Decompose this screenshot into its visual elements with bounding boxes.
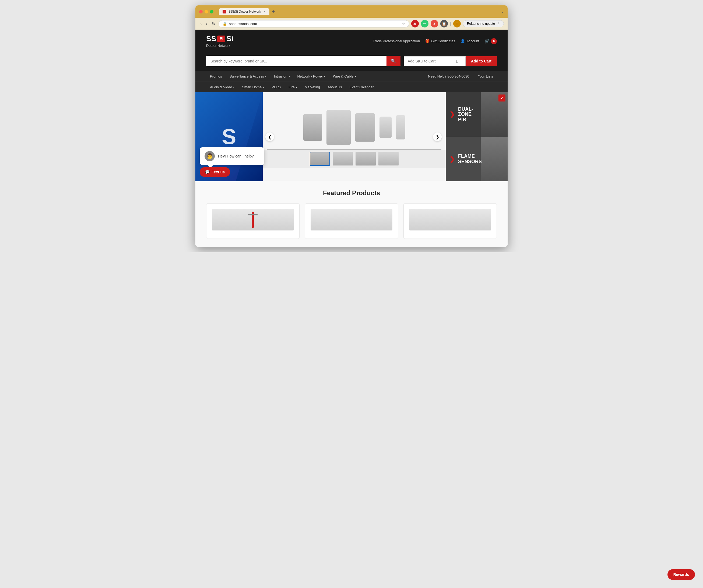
sku-input[interactable]: [404, 56, 452, 66]
logo-shield-icon: ⛨: [217, 35, 225, 42]
extension-pen-button[interactable]: ✏: [421, 20, 428, 27]
active-tab[interactable]: S SS&Si Dealer Network ✕: [219, 8, 269, 15]
account-icon: 👤: [461, 39, 465, 43]
search-bar: 🔍: [206, 56, 400, 66]
traffic-lights: [199, 10, 214, 13]
nav-item-wire-cable[interactable]: Wire & Cable ▾: [329, 71, 360, 82]
flame-sensor-product-image: [481, 137, 507, 181]
hero-center-carousel: [263, 92, 446, 181]
product-card-3[interactable]: [403, 203, 497, 239]
search-button[interactable]: 🔍: [387, 56, 400, 66]
tab-title: SS&Si Dealer Network: [229, 10, 261, 13]
url-text: shop.ssandsi.com: [229, 22, 257, 26]
nav-item-event-calendar[interactable]: Event Calendar: [346, 82, 378, 92]
chat-message: Hey! How can I help?: [218, 154, 254, 158]
relaunch-button[interactable]: Relaunch to update ⋮: [463, 20, 504, 27]
thumbnail-4[interactable]: [378, 152, 399, 166]
nav-item-network-power[interactable]: Network / Power ▾: [294, 71, 329, 82]
nav-item-marketing[interactable]: Marketing: [301, 82, 324, 92]
nav-item-audio-video[interactable]: Audio & Video ▾: [206, 82, 238, 92]
tab-close-icon[interactable]: ✕: [263, 10, 266, 13]
main-nav: Promos Surveillance & Access ▾ Intrusion…: [196, 71, 507, 82]
nav-item-your-lists[interactable]: Your Lists: [474, 71, 497, 82]
cart-icon: 🛒: [484, 39, 490, 44]
thumbnail-2[interactable]: [333, 152, 353, 166]
nav-event-calendar-label: Event Calendar: [349, 85, 374, 89]
panel-arrow-icon: ❯: [450, 111, 455, 118]
toolbar-extensions: 26 ✏ Z 📋 | T Relaunch to update ⋮: [411, 20, 504, 27]
extension-z-button[interactable]: Z: [431, 20, 438, 27]
add-to-cart-button[interactable]: Add to Cart: [466, 56, 497, 66]
search-input[interactable]: [206, 56, 387, 66]
new-tab-button[interactable]: +: [270, 9, 277, 14]
gift-certificates-link[interactable]: 🎁 Gift Certificates: [425, 39, 455, 43]
product-image-keypad: [303, 114, 322, 141]
text-us-button[interactable]: 💬 Text us: [200, 167, 230, 177]
tab-bar: S SS&Si Dealer Network ✕ + ⌄: [219, 8, 504, 15]
nav-item-surveillance[interactable]: Surveillance & Access ▾: [226, 71, 270, 82]
logo-subtitle: Dealer Network: [206, 44, 234, 48]
product-image-2: [311, 209, 393, 230]
product-image-1: [212, 209, 294, 230]
close-button[interactable]: [199, 10, 203, 13]
flame-sensors-panel[interactable]: ❯ FLAMESENSORS: [446, 137, 507, 181]
hero-main-products: [299, 105, 410, 149]
nav-item-pers[interactable]: PERS: [268, 82, 285, 92]
featured-products-title: Featured Products: [206, 189, 497, 197]
sku-quantity-input[interactable]: [452, 56, 466, 66]
nav-marketing-label: Marketing: [305, 85, 320, 89]
nav-item-smart-home[interactable]: Smart Home ▾: [238, 82, 268, 92]
product-image-3: [409, 209, 491, 230]
browser-window: S SS&Si Dealer Network ✕ + ⌄ ‹ › ↻ 🔒 sho…: [196, 5, 507, 247]
account-link[interactable]: 👤 Account: [461, 39, 479, 43]
minimize-button[interactable]: [205, 10, 208, 13]
bookmark-icon[interactable]: ☆: [402, 22, 405, 26]
product-card-1[interactable]: [206, 203, 300, 239]
dual-zone-pir-panel[interactable]: ❯ DUAL-ZONEPIR Z: [446, 92, 507, 137]
tab-chevron-icon[interactable]: ⌄: [501, 10, 504, 13]
hero-right-panels: ❯ DUAL-ZONEPIR Z ❯ FLAMESENSORS: [446, 92, 507, 181]
browser-titlebar: S SS&Si Dealer Network ✕ + ⌄: [196, 5, 507, 18]
gift-icon: 🎁: [425, 39, 429, 43]
extension-badge-button[interactable]: 26: [411, 20, 419, 27]
profile-avatar-button[interactable]: T: [453, 20, 461, 27]
nav-network-power-label: Network / Power: [297, 74, 323, 78]
refresh-button[interactable]: ↻: [211, 20, 216, 27]
header-nav: Trade Professional Application 🎁 Gift Ce…: [373, 38, 497, 44]
extension-clip-button[interactable]: 📋: [440, 20, 448, 27]
url-bar[interactable]: 🔒 shop.ssandsi.com ☆: [219, 20, 409, 27]
fullscreen-button[interactable]: [210, 10, 214, 13]
chevron-down-icon: ▾: [265, 75, 266, 78]
trade-professional-link[interactable]: Trade Professional Application: [373, 39, 420, 43]
chat-widget[interactable]: 👨 Hey! How can I help?: [200, 147, 264, 165]
nav-about-us-label: About Us: [327, 85, 342, 89]
main-nav-left: Promos Surveillance & Access ▾ Intrusion…: [206, 71, 360, 82]
nav-item-fire[interactable]: Fire ▾: [285, 82, 301, 92]
main-nav-right: Need Help? 866-364-0030 Your Lists: [424, 71, 497, 82]
cart-count-badge: 0: [491, 38, 497, 44]
carousel-prev-button[interactable]: ❮: [265, 133, 274, 141]
thumbnail-3[interactable]: [356, 152, 376, 166]
pir-product-image: Z: [481, 92, 507, 137]
product-card-2[interactable]: [305, 203, 398, 239]
carousel-next-button[interactable]: ❯: [433, 133, 442, 141]
trade-professional-label: Trade Professional Application: [373, 39, 420, 43]
back-button[interactable]: ‹: [199, 20, 203, 27]
nav-item-about-us[interactable]: About Us: [324, 82, 345, 92]
separator: |: [450, 21, 451, 26]
nav-item-help[interactable]: Need Help? 866-364-0030: [424, 71, 473, 82]
hero-s-logo: S: [222, 124, 236, 149]
cart-button[interactable]: 🛒 0: [484, 38, 497, 44]
thumbnail-1[interactable]: [310, 152, 330, 166]
tab-favicon: S: [223, 10, 226, 13]
nav-promos-label: Promos: [210, 74, 222, 78]
nav-item-promos[interactable]: Promos: [206, 71, 226, 82]
forward-button[interactable]: ›: [205, 20, 208, 27]
nav-item-intrusion[interactable]: Intrusion ▾: [270, 71, 294, 82]
flame-sensors-label: FLAMESENSORS: [458, 154, 482, 164]
chevron-down-icon: ▾: [324, 75, 325, 78]
logo-ss: SS: [206, 34, 216, 43]
chevron-down-icon: ▾: [289, 75, 290, 78]
relaunch-menu-icon: ⋮: [496, 22, 500, 25]
chevron-down-icon: ▾: [296, 86, 297, 89]
